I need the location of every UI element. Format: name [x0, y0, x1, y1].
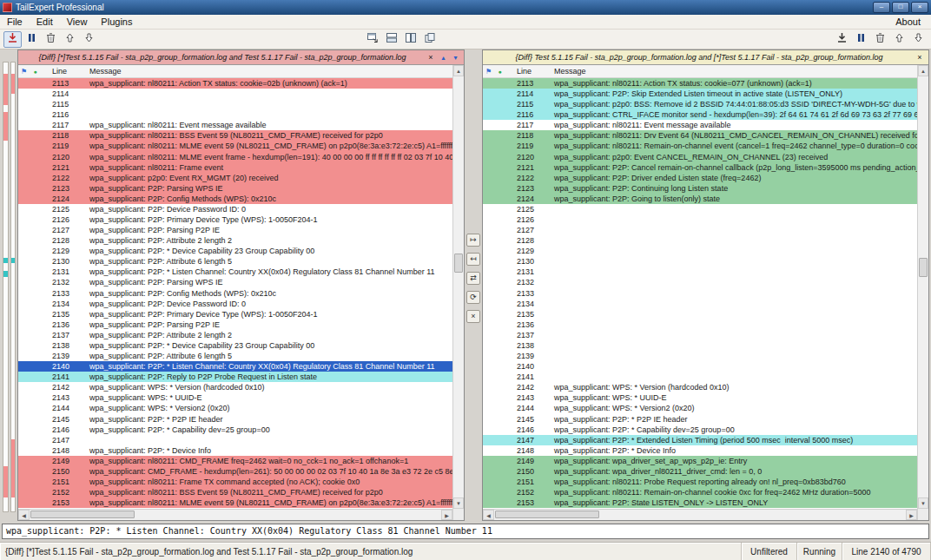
log-row[interactable]: 2148wpa_supplicant: P2P: * Device Info [18, 445, 452, 456]
diff-overview-strip-right[interactable] [10, 62, 17, 512]
left-vertical-scrollbar[interactable]: ▲ ▼ [452, 65, 464, 520]
log-row[interactable]: 2142wpa_supplicant: WPS: * Version (hard… [18, 382, 452, 392]
log-row[interactable]: 2122wpa_supplicant: P2P: Driver ended Li… [483, 173, 917, 183]
message-column-header[interactable]: Message [86, 67, 452, 76]
maximize-button[interactable]: □ [892, 2, 909, 13]
log-row[interactable]: 2115 [18, 99, 452, 109]
log-row[interactable]: 2123wpa_supplicant: P2P: Parsing WPS IE [18, 183, 452, 194]
flag-column-icon[interactable]: ⚑ [18, 68, 30, 76]
log-row[interactable]: 2131wpa_supplicant: P2P: * Listen Channe… [18, 267, 452, 277]
status-filter[interactable]: Unfiltered [742, 543, 797, 560]
log-row[interactable]: 2121wpa_supplicant: P2P: Cancel remain-o… [483, 162, 917, 173]
log-row[interactable]: 2119wpa_supplicant: nl80211: Remain-on-c… [483, 141, 917, 151]
log-row[interactable]: 2147wpa_supplicant: P2P: * Extended List… [483, 435, 917, 445]
menu-view[interactable]: View [60, 15, 95, 29]
log-row[interactable]: 2149wpa_supplicant: wpa_driver_set_ap_wp… [483, 456, 917, 466]
bookmark-column-icon[interactable]: ● [494, 69, 505, 75]
flag-column-icon[interactable]: ⚑ [483, 68, 494, 76]
log-row[interactable]: 2145wpa_supplicant: P2P: * P2P IE header [483, 414, 917, 425]
log-row[interactable]: 2148wpa_supplicant: P2P: * Device Info [483, 445, 917, 456]
detach-tab-button[interactable] [363, 31, 381, 48]
scroll-down-arrow-icon[interactable]: ▼ [453, 497, 464, 509]
log-row[interactable]: 2124wpa_supplicant: P2P: Config Methods … [18, 194, 452, 204]
log-row[interactable]: 2143wpa_supplicant: WPS: * UUID-E [483, 392, 917, 403]
pause-button[interactable] [23, 31, 41, 48]
log-row[interactable]: 2137wpa_supplicant: P2P: Attribute 2 len… [18, 330, 452, 340]
log-row[interactable]: 2132wpa_supplicant: P2P: Parsing WPS IE [18, 277, 452, 287]
log-row[interactable]: 2140wpa_supplicant: P2P: * Listen Channe… [18, 361, 452, 372]
left-horizontal-scrollbar[interactable]: ◀ ▶ [18, 509, 452, 520]
right-horizontal-scrollbar[interactable]: ◀ ▶ [483, 509, 917, 520]
scroll-up-arrow-icon[interactable]: ▲ [918, 65, 928, 76]
log-row[interactable]: 2117wpa_supplicant: nl80211: Event messa… [18, 120, 452, 130]
log-row[interactable]: 2138 [483, 340, 917, 351]
scroll-down-button-right[interactable] [909, 31, 928, 48]
right-vscroll-thumb[interactable] [919, 258, 928, 277]
scroll-right-arrow-icon[interactable]: ▶ [441, 510, 452, 520]
scroll-down-button[interactable] [80, 31, 98, 48]
menu-about[interactable]: About [885, 15, 931, 29]
scroll-right-arrow-icon[interactable]: ▶ [906, 510, 917, 520]
log-row[interactable]: 2120wpa_supplicant: nl80211: MLME event … [18, 152, 452, 162]
log-row[interactable]: 2151wpa_supplicant: nl80211: Frame TX co… [18, 477, 452, 487]
line-column-header[interactable]: Line [41, 67, 86, 76]
log-row[interactable]: 2126 [483, 214, 917, 225]
left-tab-close-icon[interactable]: × [426, 53, 436, 62]
log-row[interactable]: 2147 [18, 435, 452, 445]
minimize-button[interactable]: – [873, 2, 890, 13]
right-tab-close-icon[interactable]: × [914, 53, 925, 62]
follow-tail-button[interactable] [3, 31, 22, 48]
log-row[interactable]: 2140 [483, 361, 917, 372]
log-row[interactable]: 2127 [483, 225, 917, 235]
log-row[interactable]: 2141 [483, 372, 917, 382]
log-row[interactable]: 2128wpa_supplicant: P2P: Attribute 2 len… [18, 235, 452, 246]
log-row[interactable]: 2134 [483, 299, 917, 309]
log-row[interactable]: 2124wpa_supplicant: P2P: Going to listen… [483, 194, 917, 204]
split-vertical-button[interactable] [401, 31, 419, 48]
log-row[interactable]: 2135 [483, 309, 917, 320]
log-row[interactable]: 2144wpa_supplicant: WPS: * Version2 (0x2… [483, 403, 917, 413]
log-row[interactable]: 2136wpa_supplicant: P2P: Parsing P2P IE [18, 320, 452, 330]
log-row[interactable]: 2118wpa_supplicant: nl80211: BSS Event 5… [18, 130, 452, 141]
prev-diff-button[interactable]: ▲ [439, 55, 448, 61]
scroll-left-arrow-icon[interactable]: ◀ [18, 510, 30, 520]
menu-plugins[interactable]: Plugins [94, 15, 139, 29]
log-row[interactable]: 2117wpa_supplicant: nl80211: Event messa… [483, 120, 917, 130]
log-row[interactable]: 2118wpa_supplicant: nl80211: Drv Event 6… [483, 130, 917, 141]
scroll-up-arrow-icon[interactable]: ▲ [453, 65, 464, 76]
scroll-up-button-right[interactable] [890, 31, 908, 48]
log-row[interactable]: 2149wpa_supplicant: nl80211: CMD_FRAME f… [18, 456, 452, 466]
log-row[interactable]: 2122wpa_supplicant: p2p0: Event RX_MGMT … [18, 173, 452, 183]
log-row[interactable]: 2129 [483, 246, 917, 256]
log-row[interactable]: 2152wpa_supplicant: nl80211: BSS Event 5… [18, 487, 452, 497]
log-row[interactable]: 2146wpa_supplicant: P2P: * Capability de… [483, 425, 917, 435]
pause-button-right[interactable] [852, 31, 870, 48]
log-row[interactable]: 2119wpa_supplicant: nl80211: MLME event … [18, 141, 452, 151]
log-row[interactable]: 2146wpa_supplicant: P2P: * Capability de… [18, 425, 452, 435]
log-row[interactable]: 2125 [483, 204, 917, 214]
left-hscroll-thumb[interactable] [30, 511, 135, 518]
log-row[interactable]: 2113wpa_supplicant: nl80211: Action TX s… [483, 78, 917, 89]
log-row[interactable]: 2133 [483, 288, 917, 299]
right-tab-title[interactable]: {Diff} Test 5.1.15 Fail - sta_p2p_group_… [486, 53, 912, 62]
scroll-up-button[interactable] [61, 31, 79, 48]
log-row[interactable]: 2129wpa_supplicant: P2P: * Device Capabi… [18, 246, 452, 256]
menu-file[interactable]: File [0, 15, 30, 29]
sync-scroll-button[interactable]: ⇄ [466, 272, 480, 285]
log-row[interactable]: 2123wpa_supplicant: P2P: Continuing long… [483, 183, 917, 194]
align-to-left-button[interactable]: ↤ [466, 253, 480, 266]
right-hscroll-thumb[interactable] [495, 511, 599, 518]
message-column-header[interactable]: Message [551, 67, 917, 76]
diff-overview-strip-left[interactable] [3, 62, 9, 512]
log-row[interactable]: 2152wpa_supplicant: nl80211: Remain-on-c… [483, 487, 917, 497]
log-row[interactable]: 2153wpa_supplicant: P2P: State LISTEN_ON… [483, 497, 917, 508]
log-row[interactable]: 2139wpa_supplicant: P2P: Attribute 6 len… [18, 351, 452, 361]
log-row[interactable]: 2127wpa_supplicant: P2P: Parsing P2P IE [18, 225, 452, 235]
log-row[interactable]: 2144wpa_supplicant: WPS: * Version2 (0x2… [18, 403, 452, 413]
recompare-button[interactable]: ⟳ [466, 291, 480, 304]
log-row[interactable]: 2125wpa_supplicant: P2P: Device Password… [18, 204, 452, 214]
log-row[interactable]: 2138wpa_supplicant: P2P: * Device Capabi… [18, 340, 452, 351]
log-row[interactable]: 2143wpa_supplicant: WPS: * UUID-E [18, 392, 452, 403]
left-tab-title[interactable]: {Diff} [*]Test 5.1.15 Fail - sta_p2p_gro… [22, 53, 423, 62]
log-row[interactable]: 2128 [483, 235, 917, 246]
